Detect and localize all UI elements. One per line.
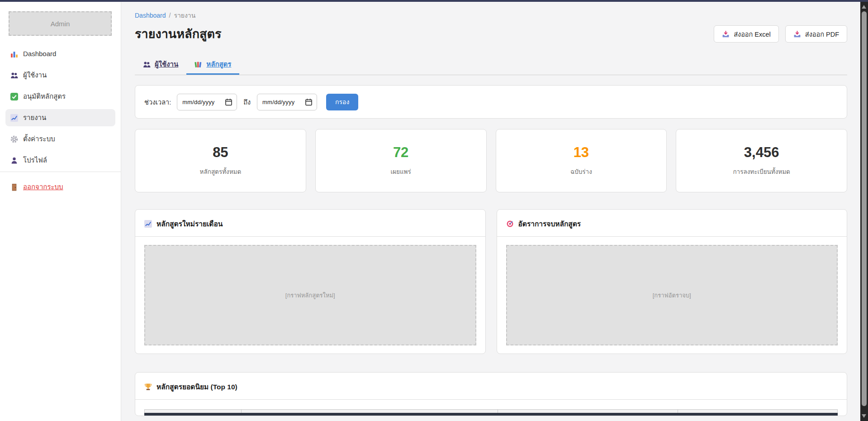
person-icon bbox=[10, 157, 18, 164]
sidebar-item-course-approval[interactable]: อนุมัติหลักสูตร bbox=[5, 88, 115, 105]
breadcrumb: Dashboard/รายงาน bbox=[135, 11, 847, 19]
bar-chart-icon bbox=[10, 50, 18, 58]
panel-new-courses: หลักสูตรใหม่รายเดือน [กราฟหลักสูตรใหม่] bbox=[135, 209, 486, 354]
date-to-input[interactable]: mm/dd/yyyy bbox=[257, 94, 317, 110]
panel-title: อัตราการจบหลักสูตร bbox=[518, 218, 581, 230]
sidebar-nav: Dashboard ผู้ใช้งาน อนุมัติหลักสูตร รายง… bbox=[0, 45, 121, 169]
page-header: รายงานหลักสูตร ส่งออก Excel ส่งออก PDF bbox=[135, 25, 847, 43]
table-header-cell bbox=[145, 410, 242, 413]
stats-row: 85 หลักสูตรทั้งหมด 72 เผยแพร่ 13 ฉบับร่า… bbox=[135, 129, 847, 192]
panel-header: อัตราการจบหลักสูตร bbox=[497, 210, 847, 237]
date-from-value: mm/dd/yyyy bbox=[182, 99, 222, 105]
panel-top-courses: หลักสูตรยอดนิยม (Top 10) bbox=[135, 372, 847, 416]
stat-label: หลักสูตรทั้งหมด bbox=[200, 167, 242, 177]
sidebar-item-label: รายงาน bbox=[23, 113, 46, 122]
breadcrumb-separator: / bbox=[169, 12, 171, 19]
check-icon bbox=[10, 93, 18, 100]
date-to-value: mm/dd/yyyy bbox=[262, 99, 302, 105]
breadcrumb-current: รายงาน bbox=[174, 12, 195, 19]
new-courses-chart-placeholder: [กราฟหลักสูตรใหม่] bbox=[144, 245, 476, 345]
filter-bar: ช่วงเวลา: mm/dd/yyyy ถึง mm/dd/yyyy กรอง bbox=[135, 85, 847, 119]
calendar-icon[interactable] bbox=[225, 98, 232, 106]
filter-range-label: ช่วงเวลา: bbox=[144, 97, 171, 107]
table-header-cell bbox=[498, 410, 678, 413]
sidebar: Admin Dashboard ผู้ใช้งาน อนุมัติหลักสูต… bbox=[0, 2, 121, 421]
panel-title: หลักสูตรใหม่รายเดือน bbox=[157, 218, 223, 230]
stat-label: ฉบับร่าง bbox=[570, 167, 592, 177]
panel-completion-rate: อัตราการจบหลักสูตร [กราฟอัตราจบ] bbox=[497, 209, 848, 354]
table-header-row bbox=[144, 409, 838, 413]
sidebar-item-label: Dashboard bbox=[23, 49, 56, 58]
sidebar-item-label: ผู้ใช้งาน bbox=[23, 71, 47, 80]
chart-panels-row: หลักสูตรใหม่รายเดือน [กราฟหลักสูตรใหม่] … bbox=[135, 209, 847, 354]
export-pdf-label: ส่งออก PDF bbox=[805, 29, 839, 39]
users-icon bbox=[143, 61, 151, 68]
target-icon bbox=[506, 220, 514, 228]
logout-link[interactable]: ออกจากระบบ bbox=[5, 178, 115, 196]
door-icon bbox=[10, 183, 18, 191]
scrollbar-down-arrow[interactable] bbox=[862, 414, 866, 418]
tab-users[interactable]: ผู้ใช้งาน bbox=[135, 53, 186, 75]
sidebar-item-label: ตั้งค่าระบบ bbox=[23, 134, 55, 144]
scrollbar-up-arrow[interactable] bbox=[862, 5, 866, 9]
tab-bar: ผู้ใช้งาน หลักสูตร bbox=[135, 53, 847, 75]
table-header-cell bbox=[678, 410, 837, 413]
stat-value: 85 bbox=[213, 145, 228, 160]
stat-value: 72 bbox=[393, 145, 408, 160]
logo-text: Admin bbox=[51, 20, 70, 28]
placeholder-text: [กราฟหลักสูตรใหม่] bbox=[285, 291, 335, 300]
tab-courses-label: หลักสูตร bbox=[206, 60, 231, 69]
download-tray-icon bbox=[793, 30, 801, 38]
vertical-scrollbar[interactable] bbox=[860, 2, 868, 421]
panel-header: หลักสูตรใหม่รายเดือน bbox=[135, 210, 485, 237]
stat-label: เผยแพร่ bbox=[390, 167, 411, 177]
panel-title: หลักสูตรยอดนิยม (Top 10) bbox=[157, 381, 237, 392]
sidebar-divider bbox=[0, 172, 121, 172]
completion-rate-chart-placeholder: [กราฟอัตราจบ] bbox=[506, 245, 838, 345]
table-header-cell bbox=[242, 410, 498, 413]
gear-icon bbox=[10, 135, 18, 143]
logout-label: ออกจากระบบ bbox=[23, 182, 63, 191]
sidebar-item-label: โปรไฟล์ bbox=[23, 156, 47, 165]
filter-submit-button[interactable]: กรอง bbox=[326, 94, 358, 110]
panel-header: หลักสูตรยอดนิยม (Top 10) bbox=[135, 373, 847, 400]
sidebar-item-label: อนุมัติหลักสูตร bbox=[23, 92, 66, 101]
logo-placeholder: Admin bbox=[9, 11, 112, 36]
breadcrumb-home-link[interactable]: Dashboard bbox=[135, 12, 166, 19]
tab-users-label: ผู้ใช้งาน bbox=[155, 60, 178, 69]
app-root: Admin Dashboard ผู้ใช้งาน อนุมัติหลักสูต… bbox=[0, 2, 868, 421]
users-icon bbox=[10, 72, 18, 79]
stat-value: 3,456 bbox=[744, 145, 779, 160]
table-header-dark-band bbox=[144, 413, 838, 416]
date-from-input[interactable]: mm/dd/yyyy bbox=[177, 94, 237, 110]
line-chart-icon bbox=[144, 220, 152, 228]
scrollbar-thumb[interactable] bbox=[862, 11, 867, 406]
trophy-icon bbox=[144, 383, 152, 391]
page-title: รายงานหลักสูตร bbox=[135, 27, 222, 41]
stat-label: การลงทะเบียนทั้งหมด bbox=[733, 167, 790, 177]
sidebar-item-settings[interactable]: ตั้งค่าระบบ bbox=[5, 130, 115, 148]
export-pdf-button[interactable]: ส่งออก PDF bbox=[785, 25, 847, 43]
sidebar-item-profile[interactable]: โปรไฟล์ bbox=[5, 152, 115, 169]
stat-card-total-enrollments: 3,456 การลงทะเบียนทั้งหมด bbox=[676, 129, 847, 192]
sidebar-item-users[interactable]: ผู้ใช้งาน bbox=[5, 67, 115, 84]
tab-courses[interactable]: หลักสูตร bbox=[186, 53, 239, 75]
filter-to-label: ถึง bbox=[243, 97, 251, 107]
sidebar-item-dashboard[interactable]: Dashboard bbox=[5, 45, 115, 62]
stat-value: 13 bbox=[574, 145, 589, 160]
download-tray-icon bbox=[722, 30, 730, 38]
main-content: Dashboard/รายงาน รายงานหลักสูตร ส่งออก E… bbox=[121, 2, 860, 421]
stat-card-drafts: 13 ฉบับร่าง bbox=[496, 129, 667, 192]
sidebar-item-reports[interactable]: รายงาน bbox=[5, 109, 115, 126]
export-buttons: ส่งออก Excel ส่งออก PDF bbox=[714, 25, 847, 43]
top-courses-table bbox=[144, 409, 838, 416]
calendar-icon[interactable] bbox=[305, 98, 313, 106]
stat-card-total-courses: 85 หลักสูตรทั้งหมด bbox=[135, 129, 306, 192]
placeholder-text: [กราฟอัตราจบ] bbox=[653, 291, 691, 300]
export-excel-button[interactable]: ส่งออก Excel bbox=[714, 25, 779, 43]
stat-card-published: 72 เผยแพร่ bbox=[315, 129, 487, 192]
export-excel-label: ส่งออก Excel bbox=[734, 29, 771, 39]
line-chart-icon bbox=[10, 114, 18, 122]
books-icon bbox=[194, 61, 202, 68]
